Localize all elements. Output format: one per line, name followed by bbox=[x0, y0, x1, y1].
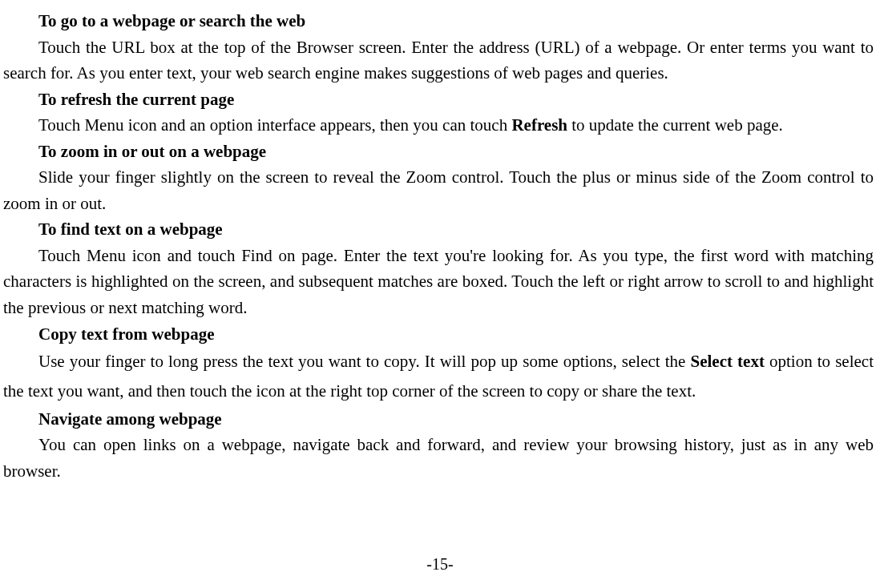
section-heading: Copy text from webpage bbox=[3, 321, 874, 348]
document-content: To go to a webpage or search the web Tou… bbox=[3, 8, 874, 484]
section-body: Touch Menu icon and touch Find on page. … bbox=[3, 243, 874, 321]
bold-inline: Select text bbox=[691, 352, 765, 371]
bold-inline: Refresh bbox=[511, 115, 567, 135]
body-text: Touch the URL box at the top of the Brow… bbox=[3, 38, 874, 83]
heading-text: Navigate among webpage bbox=[38, 409, 222, 429]
section-heading: To go to a webpage or search the web bbox=[3, 8, 874, 34]
section-heading: Navigate among webpage bbox=[3, 406, 874, 433]
section-heading: To find text on a webpage bbox=[3, 216, 874, 243]
heading-text: To go to a webpage or search the web bbox=[38, 11, 305, 30]
body-text: Touch Menu icon and touch Find on page. … bbox=[3, 246, 874, 317]
body-text: Slide your finger slightly on the screen… bbox=[3, 167, 874, 213]
section-body: Touch the URL box at the top of the Brow… bbox=[3, 34, 874, 87]
body-text: Use your finger to long press the text y… bbox=[38, 352, 691, 371]
body-text: Touch Menu icon and an option interface … bbox=[38, 115, 511, 135]
section-heading: To zoom in or out on a webpage bbox=[3, 139, 874, 165]
page-number: -15- bbox=[0, 552, 880, 577]
section-heading: To refresh the current page bbox=[3, 87, 874, 113]
body-text-after: to update the current web page. bbox=[567, 115, 783, 135]
section-body: Slide your finger slightly on the screen… bbox=[3, 164, 874, 216]
heading-text: Copy text from webpage bbox=[38, 324, 215, 344]
section-body: Use your finger to long press the text y… bbox=[3, 347, 874, 406]
heading-text: To zoom in or out on a webpage bbox=[38, 142, 266, 161]
heading-text: To refresh the current page bbox=[38, 90, 234, 109]
section-body: Touch Menu icon and an option interface … bbox=[3, 112, 874, 139]
body-text: You can open links on a webpage, navigat… bbox=[3, 435, 874, 481]
heading-text: To find text on a webpage bbox=[38, 219, 223, 239]
section-body: You can open links on a webpage, navigat… bbox=[3, 432, 874, 484]
